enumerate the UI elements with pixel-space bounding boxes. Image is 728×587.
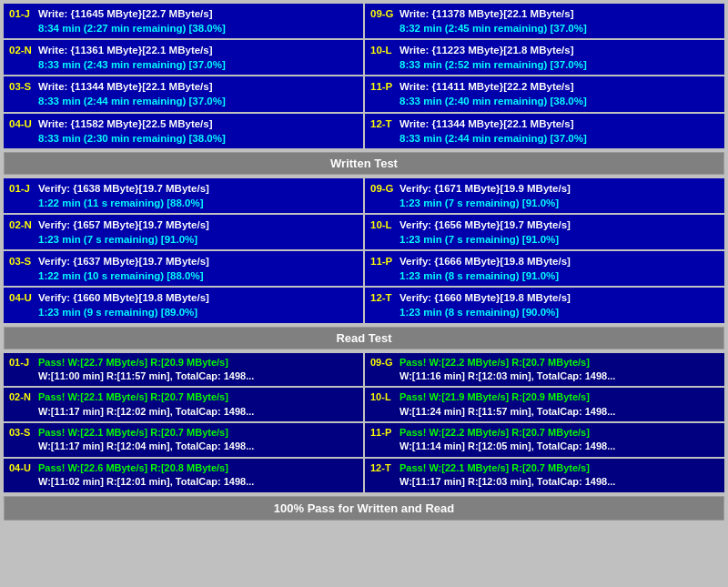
cell-line2: 1:22 min (10 s remaining) [88.0%] [38, 268, 358, 283]
cell-id: 01-J [9, 356, 35, 384]
cell-line1: Write: {11378 MByte}[22.1 MByte/s] [399, 6, 719, 21]
grid-cell: 11-PWrite: {11411 MByte}[22.2 MByte/s]8:… [365, 76, 724, 111]
cell-id: 12-T [370, 461, 396, 490]
cell-id: 11-P [370, 79, 396, 108]
grid-cell: 04-UWrite: {11582 MByte}[22.5 MByte/s]8:… [4, 114, 363, 148]
cell-content: Verify: {1666 MByte}[19.8 MByte/s]1:23 m… [399, 254, 719, 283]
written-test-label: Written Test [4, 152, 724, 175]
grid-cell: 09-GWrite: {11378 MByte}[22.1 MByte/s]8:… [365, 4, 724, 38]
cell-id: 10-L [370, 218, 396, 247]
cell-line2: W:[11:02 min] R:[12:01 min], TotalCap: 1… [38, 475, 358, 489]
cell-content: Verify: {1637 MByte}[19.7 MByte/s]1:22 m… [38, 254, 358, 283]
cell-line1: Verify: {1656 MByte}[19.7 MByte/s] [399, 218, 719, 232]
cell-content: Write: {11344 MByte}[22.1 MByte/s]8:33 m… [399, 116, 719, 146]
cell-content: Verify: {1671 MByte}[19.9 MByte/s]1:23 m… [399, 181, 719, 210]
cell-id: 09-G [370, 6, 396, 35]
grid-cell: 01-JWrite: {11645 MByte}[22.7 MByte/s]8:… [4, 4, 363, 38]
cell-content: Write: {11378 MByte}[22.1 MByte/s]8:32 m… [399, 6, 719, 35]
grid-cell: 11-PVerify: {1666 MByte}[19.8 MByte/s]1:… [365, 251, 724, 286]
cell-line1: Verify: {1637 MByte}[19.7 MByte/s] [38, 254, 358, 268]
cell-content: Pass! W:[22.2 MByte/s] R:[20.7 MByte/s]W… [399, 426, 719, 454]
cell-content: Write: {11344 MByte}[22.1 MByte/s]8:33 m… [38, 79, 358, 108]
grid-cell: 11-PPass! W:[22.2 MByte/s] R:[20.7 MByte… [365, 423, 724, 457]
cell-id: 03-S [9, 254, 35, 283]
grid-cell: 02-NPass! W:[22.1 MByte/s] R:[20.7 MByte… [4, 388, 363, 421]
cell-content: Pass! W:[21.9 MByte/s] R:[20.9 MByte/s]W… [399, 390, 719, 419]
cell-id: 03-S [9, 79, 35, 108]
cell-line2: 8:33 min (2:44 min remaining) [37.0%] [399, 131, 719, 146]
cell-content: Verify: {1657 MByte}[19.7 MByte/s]1:23 m… [38, 218, 358, 247]
grid-cell: 12-TVerify: {1660 MByte}[19.8 MByte/s]1:… [365, 288, 724, 322]
cell-content: Pass! W:[22.6 MByte/s] R:[20.8 MByte/s]W… [38, 461, 358, 490]
grid-cell: 03-SVerify: {1637 MByte}[19.7 MByte/s]1:… [4, 251, 363, 286]
footer-bar: 100% Pass for Written and Read [4, 496, 724, 521]
cell-line1: Pass! W:[22.6 MByte/s] R:[20.8 MByte/s] [38, 461, 358, 475]
cell-content: Pass! W:[22.1 MByte/s] R:[20.7 MByte/s]W… [38, 426, 358, 454]
cell-line2: W:[11:17 min] R:[12:04 min], TotalCap: 1… [38, 440, 358, 453]
grid-cell: 10-LVerify: {1656 MByte}[19.7 MByte/s]1:… [365, 215, 724, 249]
grid-cell: 10-LWrite: {11223 MByte}[21.8 MByte/s]8:… [365, 40, 724, 75]
cell-line1: Verify: {1671 MByte}[19.9 MByte/s] [399, 181, 719, 196]
cell-id: 04-U [9, 290, 35, 319]
write-section: 01-JWrite: {11645 MByte}[22.7 MByte/s]8:… [4, 4, 724, 148]
grid-cell: 09-GVerify: {1671 MByte}[19.9 MByte/s]1:… [365, 178, 724, 213]
cell-id: 04-U [9, 461, 35, 490]
cell-line1: Pass! W:[22.1 MByte/s] R:[20.7 MByte/s] [38, 390, 358, 404]
cell-line2: W:[11:14 min] R:[12:05 min], TotalCap: 1… [399, 440, 719, 453]
cell-id: 11-P [370, 254, 396, 283]
grid-cell: 03-SPass! W:[22.1 MByte/s] R:[20.7 MByte… [4, 423, 363, 457]
read-section: 01-JPass! W:[22.7 MByte/s] R:[20.9 MByte… [4, 353, 724, 492]
cell-id: 10-L [370, 43, 396, 72]
cell-line1: Write: {11645 MByte}[22.7 MByte/s] [38, 6, 358, 21]
cell-line2: W:[11:24 min] R:[11:57 min], TotalCap: 1… [399, 405, 719, 419]
cell-content: Write: {11223 MByte}[21.8 MByte/s]8:33 m… [399, 43, 719, 72]
cell-id: 12-T [370, 290, 396, 319]
cell-id: 12-T [370, 116, 396, 146]
cell-content: Write: {11411 MByte}[22.2 MByte/s]8:33 m… [399, 79, 719, 108]
cell-line1: Verify: {1657 MByte}[19.7 MByte/s] [38, 218, 358, 232]
cell-id: 04-U [9, 116, 35, 146]
grid-cell: 01-JPass! W:[22.7 MByte/s] R:[20.9 MByte… [4, 353, 363, 387]
cell-content: Verify: {1656 MByte}[19.7 MByte/s]1:23 m… [399, 218, 719, 247]
cell-line2: W:[11:00 min] R:[11:57 min], TotalCap: 1… [38, 369, 358, 383]
read-test-label: Read Test [4, 327, 724, 349]
cell-line1: Write: {11361 MByte}[22.1 MByte/s] [38, 43, 358, 57]
cell-id: 01-J [9, 181, 35, 210]
cell-line2: 8:33 min (2:40 min remaining) [38.0%] [399, 94, 719, 108]
cell-line2: 1:23 min (7 s remaining) [91.0%] [399, 232, 719, 247]
cell-id: 10-L [370, 390, 396, 419]
cell-id: 03-S [9, 426, 35, 454]
cell-id: 09-G [370, 181, 396, 210]
cell-line1: Pass! W:[22.2 MByte/s] R:[20.7 MByte/s] [399, 356, 719, 369]
grid-cell: 12-TPass! W:[22.1 MByte/s] R:[20.7 MByte… [365, 459, 724, 492]
cell-line2: 8:32 min (2:45 min remaining) [37.0%] [399, 21, 719, 35]
cell-line2: 8:34 min (2:27 min remaining) [38.0%] [38, 21, 358, 35]
read-grid: 01-JPass! W:[22.7 MByte/s] R:[20.9 MByte… [4, 353, 724, 492]
cell-line1: Verify: {1660 MByte}[19.8 MByte/s] [399, 290, 719, 305]
grid-cell: 03-SWrite: {11344 MByte}[22.1 MByte/s]8:… [4, 76, 363, 111]
cell-line2: 1:23 min (7 s remaining) [91.0%] [399, 196, 719, 210]
cell-line2: 8:33 min (2:44 min remaining) [37.0%] [38, 94, 358, 108]
cell-content: Verify: {1660 MByte}[19.8 MByte/s]1:23 m… [38, 290, 358, 319]
cell-id: 11-P [370, 426, 396, 454]
cell-line1: Pass! W:[22.1 MByte/s] R:[20.7 MByte/s] [38, 426, 358, 440]
cell-id: 02-N [9, 390, 35, 419]
cell-line1: Verify: {1660 MByte}[19.8 MByte/s] [38, 290, 358, 305]
cell-line2: 1:23 min (8 s remaining) [91.0%] [399, 268, 719, 283]
cell-line1: Verify: {1638 MByte}[19.7 MByte/s] [38, 181, 358, 196]
grid-cell: 04-UPass! W:[22.6 MByte/s] R:[20.8 MByte… [4, 459, 363, 492]
cell-content: Write: {11582 MByte}[22.5 MByte/s]8:33 m… [38, 116, 358, 146]
cell-line1: Pass! W:[21.9 MByte/s] R:[20.9 MByte/s] [399, 390, 719, 404]
write-grid: 01-JWrite: {11645 MByte}[22.7 MByte/s]8:… [4, 4, 724, 148]
cell-line1: Pass! W:[22.1 MByte/s] R:[20.7 MByte/s] [399, 461, 719, 475]
cell-content: Write: {11645 MByte}[22.7 MByte/s]8:34 m… [38, 6, 358, 35]
cell-line2: 1:23 min (7 s remaining) [91.0%] [38, 232, 358, 247]
cell-line2: W:[11:16 min] R:[12:03 min], TotalCap: 1… [399, 369, 719, 383]
cell-line2: 8:33 min (2:30 min remaining) [38.0%] [38, 131, 358, 146]
cell-content: Write: {11361 MByte}[22.1 MByte/s]8:33 m… [38, 43, 358, 72]
cell-id: 09-G [370, 356, 396, 384]
cell-line2: 8:33 min (2:52 min remaining) [37.0%] [399, 57, 719, 72]
cell-content: Pass! W:[22.7 MByte/s] R:[20.9 MByte/s]W… [38, 356, 358, 384]
cell-line2: 1:22 min (11 s remaining) [88.0%] [38, 196, 358, 210]
cell-content: Verify: {1638 MByte}[19.7 MByte/s]1:22 m… [38, 181, 358, 210]
